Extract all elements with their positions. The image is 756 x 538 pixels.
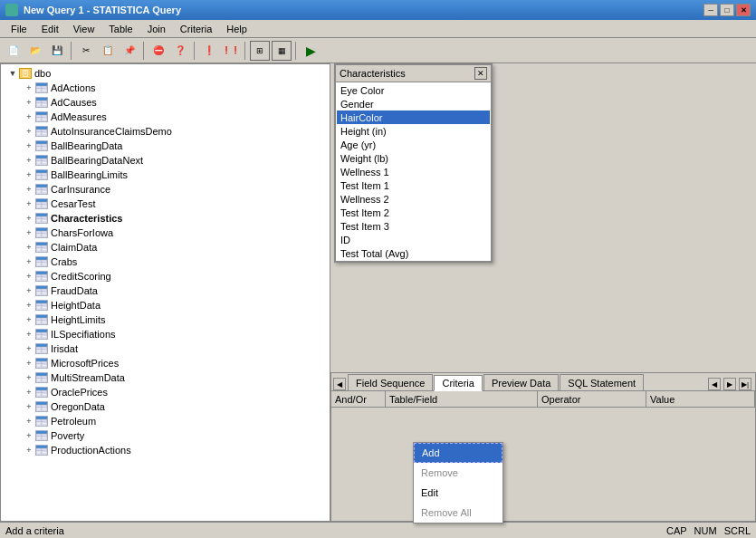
tree-item[interactable]: +AdCauses (3, 95, 328, 110)
tree-item[interactable]: +Petroleum (3, 414, 328, 428)
tab-sql-statement[interactable]: SQL Statement (560, 374, 644, 390)
cut-button[interactable]: ✂ (76, 41, 96, 61)
undo-button[interactable]: ⛔ (148, 41, 168, 61)
tree-item[interactable]: +OraclePrices (3, 385, 328, 399)
new-button[interactable]: 📄 (4, 41, 24, 61)
char-list-item[interactable]: Weight (lb) (337, 151, 490, 165)
tree-item-expander[interactable]: + (23, 226, 35, 239)
tree-item[interactable]: +CharsForIowa (3, 226, 328, 240)
root-expander[interactable]: ▼ (6, 67, 19, 80)
tree-item-expander[interactable]: + (23, 400, 35, 413)
tree-item-expander[interactable]: + (23, 342, 35, 355)
tree-item-expander[interactable]: + (23, 313, 35, 326)
tree-item[interactable]: +AdMeasures (3, 110, 328, 124)
tree-item[interactable]: +ILSpecifiations (3, 327, 328, 341)
tree-item[interactable]: +ProductionActions (3, 443, 328, 457)
maximize-button[interactable]: □ (720, 4, 734, 16)
tab-criteria[interactable]: Criteria (434, 375, 482, 391)
tree-item-expander[interactable]: + (23, 328, 35, 341)
tree-item-expander[interactable]: + (23, 371, 35, 384)
char-list-item[interactable]: Wellness 2 (337, 192, 490, 206)
tab-preview-data[interactable]: Preview Data (483, 374, 559, 390)
tree-item-expander[interactable]: + (23, 183, 35, 196)
tree-item[interactable]: +FraudData (3, 283, 328, 298)
tree-item-expander[interactable]: + (23, 386, 35, 399)
char-list-item[interactable]: Age (yr) (337, 138, 490, 151)
tree-item-expander[interactable]: + (23, 241, 35, 254)
char-popup-close[interactable]: ✕ (474, 67, 487, 80)
query-button[interactable]: ⊞ (250, 41, 270, 61)
tree-item-expander[interactable]: + (23, 125, 35, 138)
tree-item-expander[interactable]: + (23, 197, 35, 210)
grid-body[interactable]: Add Remove Edit Remove All (331, 408, 755, 409)
run-button[interactable]: ▶ (301, 41, 321, 61)
tree-item-expander[interactable]: + (23, 82, 35, 94)
menu-criteria[interactable]: Criteria (173, 22, 219, 36)
tree-item[interactable]: +OregonData (3, 399, 328, 414)
char-list-item[interactable]: Eye Color (337, 83, 490, 97)
menu-view[interactable]: View (66, 22, 102, 36)
char-list-item[interactable]: Height (in) (337, 124, 490, 138)
menu-table[interactable]: Table (101, 22, 139, 36)
tree-item[interactable]: +BallBearingData (3, 139, 328, 153)
char-list-item[interactable]: Wellness 1 (337, 165, 490, 178)
tree-item[interactable]: +MicrosoftPrices (3, 356, 328, 370)
tree-item[interactable]: +Irisdat (3, 341, 328, 356)
tree-item-expander[interactable]: + (23, 110, 35, 123)
tree-item[interactable]: +ClaimData (3, 240, 328, 255)
tab-nav-left[interactable]: ◀ (708, 378, 721, 390)
paste-button[interactable]: 📌 (120, 41, 139, 61)
ctx-remove-all[interactable]: Remove All (414, 503, 502, 523)
tree-item[interactable]: +BallBearingDataNext (3, 153, 328, 168)
menu-join[interactable]: Join (140, 22, 173, 36)
tree-item[interactable]: +CarInsurance (3, 182, 328, 197)
close-button[interactable]: ✕ (736, 4, 751, 16)
minimize-button[interactable]: ─ (703, 4, 718, 16)
help-button[interactable]: ❓ (170, 41, 190, 61)
tree-item[interactable]: +AdActions (3, 81, 328, 95)
ctx-remove[interactable]: Remove (414, 463, 502, 483)
exclaim1-button[interactable]: ❗ (199, 41, 219, 61)
tab-field-sequence[interactable]: Field Sequence (348, 374, 433, 390)
char-list-item[interactable]: Test Total (Avg) (337, 246, 490, 260)
tree-item-expander[interactable]: + (23, 154, 35, 167)
open-button[interactable]: 📂 (25, 41, 45, 61)
grid-button[interactable]: ▦ (272, 41, 292, 61)
tree-item-expander[interactable]: + (23, 415, 35, 428)
tree-item-expander[interactable]: + (23, 357, 35, 370)
copy-button[interactable]: 📋 (98, 41, 118, 61)
char-list-item[interactable]: ID (337, 233, 490, 246)
tree-item[interactable]: +BallBearingLimits (3, 168, 328, 182)
tree-item-expander[interactable]: + (23, 139, 35, 152)
tree-item[interactable]: +HeightData (3, 298, 328, 312)
tree-item-expander[interactable]: + (23, 168, 35, 181)
char-list-item[interactable]: Gender (337, 97, 490, 110)
char-list-item[interactable]: Test Item 3 (337, 219, 490, 233)
ctx-edit[interactable]: Edit (414, 483, 502, 503)
tree-item-expander[interactable]: + (23, 212, 35, 225)
tree-item[interactable]: +AutoInsuranceClaimsDemo (3, 124, 328, 139)
char-list-item[interactable]: Test Item 2 (337, 206, 490, 219)
ctx-add[interactable]: Add (414, 443, 502, 463)
tree-item[interactable]: +Poverty (3, 428, 328, 443)
tree-item[interactable]: +Crabs (3, 255, 328, 269)
tree-item[interactable]: +CreditScoring (3, 269, 328, 283)
tree-item-expander[interactable]: + (23, 96, 35, 109)
menu-edit[interactable]: Edit (34, 22, 66, 36)
char-list-item[interactable]: Test Item 1 (337, 178, 490, 192)
tree-item-expander[interactable]: + (23, 299, 35, 312)
tree-item[interactable]: +HeightLimits (3, 312, 328, 327)
tree-item-expander[interactable]: + (23, 444, 35, 456)
tree-item[interactable]: +Characteristics (3, 211, 328, 226)
tree-root[interactable]: ▼ 🗄 dbo (3, 66, 328, 81)
tree-item-expander[interactable]: + (23, 255, 35, 268)
menu-file[interactable]: File (4, 22, 34, 36)
tab-prev-button[interactable]: ◀ (333, 378, 346, 390)
save-button[interactable]: 💾 (47, 41, 67, 61)
tree-item-expander[interactable]: + (23, 284, 35, 297)
exclaim2-button[interactable]: ❗❗ (221, 41, 241, 61)
tree-item[interactable]: +CesarTest (3, 197, 328, 211)
tab-nav-last[interactable]: ▶| (739, 378, 751, 390)
menu-help[interactable]: Help (219, 22, 254, 36)
tree-item-expander[interactable]: + (23, 270, 35, 283)
